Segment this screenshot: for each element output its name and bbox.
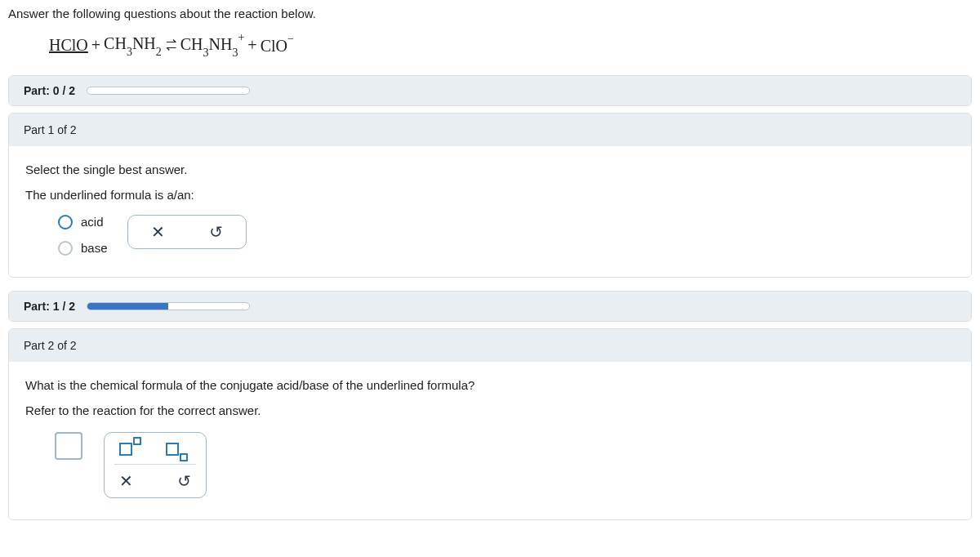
progress-bar-0: Part: 0 / 2 <box>9 76 971 105</box>
part-2-instruction-2: Refer to the reaction for the correct an… <box>25 403 955 417</box>
radio-icon <box>58 215 73 229</box>
part-1-header: Part 1 of 2 <box>9 114 971 146</box>
clear-button[interactable]: ✕ <box>151 224 165 240</box>
question-intro: Answer the following questions about the… <box>8 7 972 20</box>
part-2-header: Part 2 of 2 <box>9 329 971 362</box>
product-clo-minus: ClO− <box>261 35 294 56</box>
reactant-hclo: HClO <box>49 36 88 55</box>
formula-input[interactable] <box>55 432 82 460</box>
equilibrium-arrows-icon: ⇀↽ <box>166 38 176 50</box>
plus-sign: + <box>91 36 100 55</box>
clear-button[interactable]: ✕ <box>119 473 133 489</box>
radio-label: acid <box>81 215 104 229</box>
chemical-equation: HClO + CH3NH2 ⇀↽ CH3NH3+ + ClO− <box>49 33 972 57</box>
undo-button[interactable]: ↻ <box>177 473 191 489</box>
formula-palette: ✕ ↻ <box>104 432 207 498</box>
part-1-instruction-2: The underlined formula is a/an: <box>25 188 955 202</box>
undo-button[interactable]: ↻ <box>209 224 223 240</box>
radio-option-acid[interactable]: acid <box>58 215 108 229</box>
part-1-instruction-1: Select the single best answer. <box>25 163 955 176</box>
subscript-button[interactable] <box>166 443 188 456</box>
reactant-ch3nh2: CH3NH2 <box>104 34 162 56</box>
progress-track <box>87 87 250 95</box>
progress-bar-1: Part: 1 / 2 <box>9 292 971 321</box>
part-1-toolbox: ✕ ↻ <box>127 215 247 249</box>
superscript-button[interactable] <box>119 443 141 456</box>
product-ch3nh3plus: CH3NH3+ <box>180 33 245 57</box>
plus-sign: + <box>247 36 256 55</box>
radio-icon <box>58 241 73 256</box>
part-2-instruction-1: What is the chemical formula of the conj… <box>25 378 955 392</box>
progress-track <box>87 302 250 310</box>
radio-option-base[interactable]: base <box>58 241 108 256</box>
radio-label: base <box>81 241 108 255</box>
